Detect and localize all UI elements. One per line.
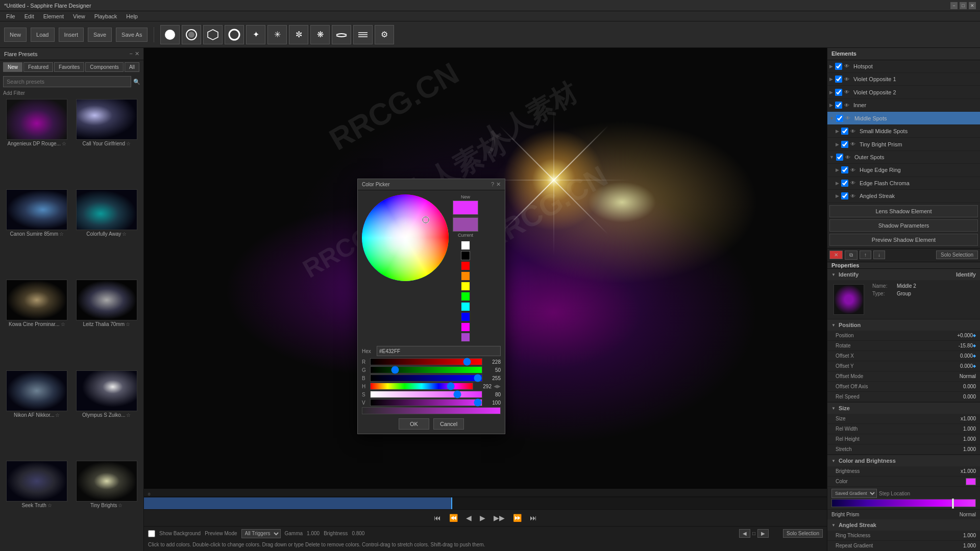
timeline-cursor[interactable] <box>451 497 452 509</box>
preset-kowa[interactable]: Kowa Cine Prominar... ☆ <box>3 280 71 368</box>
tab-components[interactable]: Components <box>85 62 124 72</box>
elem-move-up-btn[interactable]: ↑ <box>860 251 871 259</box>
play-button[interactable]: ▶ <box>478 513 487 523</box>
preview-shadow-element-btn[interactable]: Preview Shadow Element <box>829 234 978 246</box>
minimize-button[interactable]: − <box>950 2 958 9</box>
keyframe-icon[interactable]: ◆ <box>973 354 976 358</box>
insert-button[interactable]: Insert <box>59 28 84 42</box>
swatch-white[interactable] <box>461 241 470 250</box>
color-wheel[interactable] <box>362 194 449 281</box>
triggers-select[interactable]: All Triggers <box>241 529 281 538</box>
preset-leitz[interactable]: Leitz Thalia 70mm ☆ <box>73 280 141 368</box>
skip-to-start-button[interactable]: ⏮ <box>432 513 443 523</box>
tab-favorites[interactable]: Favorites <box>54 62 84 72</box>
maximize-button[interactable]: □ <box>960 2 967 9</box>
current-color-swatch[interactable] <box>453 217 478 232</box>
shape-sparkle[interactable]: ✦ <box>246 25 265 44</box>
star-icon[interactable]: ☆ <box>62 141 66 146</box>
star-icon[interactable]: ☆ <box>61 321 65 327</box>
swatch-purple[interactable] <box>461 333 470 342</box>
element-edge-flash-chroma[interactable]: ▶ 👁 Edge Flash Chroma <box>827 177 980 190</box>
position-section-header[interactable]: ▼ Position <box>827 319 980 331</box>
tab-new[interactable]: New <box>3 62 22 72</box>
eye-icon[interactable]: 👁 <box>850 180 857 186</box>
element-checkbox[interactable] <box>841 128 848 135</box>
element-inner[interactable]: ▶ 👁 Inner <box>827 99 980 112</box>
star-icon[interactable]: ☆ <box>47 503 52 508</box>
element-small-middle[interactable]: ▶ 👁 Small Middle Spots <box>827 125 980 138</box>
settings-button[interactable]: ⚙ <box>375 25 394 44</box>
elem-delete-btn[interactable]: ✕ <box>829 251 843 259</box>
gradient-marker[interactable] <box>952 498 954 509</box>
eye-icon[interactable]: 👁 <box>844 77 851 82</box>
search-input[interactable] <box>3 76 131 87</box>
prev-frame-button[interactable]: ⏪ <box>447 513 460 523</box>
close-button[interactable]: ✕ <box>969 2 976 9</box>
menu-playback[interactable]: Playback <box>90 12 121 20</box>
h-slider[interactable] <box>370 383 473 390</box>
star-icon[interactable]: ☆ <box>126 412 131 418</box>
element-checkbox[interactable] <box>836 154 843 161</box>
swatch-black[interactable] <box>461 251 470 260</box>
color-picker-help-btn[interactable]: ? <box>491 181 494 188</box>
element-checkbox[interactable] <box>841 166 848 173</box>
element-checkbox[interactable] <box>835 76 842 83</box>
shape-ring[interactable] <box>225 25 244 44</box>
alpha-bar[interactable] <box>362 407 501 414</box>
eye-icon[interactable]: 👁 <box>850 193 857 199</box>
star-icon[interactable]: ☆ <box>126 321 130 327</box>
solo-selection-elem-btn[interactable]: Solo Selection <box>936 251 978 259</box>
g-slider[interactable] <box>370 366 482 373</box>
preset-angenieux[interactable]: Angenieux DP Rouge... ☆ <box>3 99 71 187</box>
h-arrow[interactable]: ◀▶ <box>494 384 501 389</box>
color-brightness-header[interactable]: ▼ Color and Brightness <box>827 455 980 466</box>
search-icon[interactable]: 🔍 <box>133 79 140 85</box>
size-section-header[interactable]: ▼ Size <box>827 403 980 414</box>
eye-icon[interactable]: 👁 <box>850 129 857 134</box>
element-huge-edge-ring[interactable]: ▶ 👁 Huge Edge Ring <box>827 164 980 177</box>
identify-btn[interactable]: Identify <box>956 271 976 278</box>
elem-move-down-btn[interactable]: ↓ <box>873 251 885 259</box>
element-middle-spots[interactable]: ▼ 👁 Middle Spots <box>827 112 980 124</box>
r-slider[interactable] <box>370 358 482 365</box>
v-slider[interactable] <box>370 399 482 406</box>
eye-icon[interactable]: 👁 <box>844 63 851 69</box>
color-picker-titlebar[interactable]: Color Picker ? ✕ <box>358 179 505 190</box>
skip-to-end-button[interactable]: ⏭ <box>528 513 539 523</box>
swatch-magenta[interactable] <box>461 322 470 332</box>
add-filter-label[interactable]: Add Filter <box>0 89 143 97</box>
element-checkbox[interactable] <box>836 115 843 122</box>
shape-hexagon[interactable] <box>203 25 223 44</box>
eye-icon[interactable]: 👁 <box>844 103 851 108</box>
element-checkbox[interactable] <box>835 102 842 109</box>
color-ok-btn[interactable]: OK <box>399 418 429 430</box>
preset-tiny-brights[interactable]: Tiny Brights ☆ <box>73 461 141 549</box>
swatch-green[interactable] <box>461 292 470 301</box>
swatch-red[interactable] <box>461 261 470 270</box>
show-background-checkbox[interactable] <box>148 530 155 537</box>
color-swatch[interactable] <box>966 478 976 485</box>
color-picker-close-btn[interactable]: ✕ <box>496 181 501 188</box>
color-cancel-btn[interactable]: Cancel <box>433 418 464 430</box>
element-tiny-bright-prism[interactable]: ▶ 👁 Tiny Bright Prism <box>827 138 980 151</box>
shadow-parameters-btn[interactable]: Shadow Parameters <box>829 219 978 232</box>
keyframe-icon[interactable]: ◆ <box>973 343 976 348</box>
swatch-cyan[interactable] <box>461 302 470 311</box>
hex-input[interactable] <box>377 346 501 356</box>
element-checkbox[interactable] <box>841 180 848 187</box>
star-icon[interactable]: ☆ <box>122 231 127 237</box>
step-back-button[interactable]: ◀ <box>464 513 474 523</box>
shape-star[interactable]: ✳ <box>267 25 287 44</box>
element-checkbox[interactable] <box>835 89 842 96</box>
step-forward-button[interactable]: ▶▶ <box>492 513 507 523</box>
preset-canon-sumire[interactable]: Canon Sumire 85mm ☆ <box>3 189 71 278</box>
star-icon[interactable]: ☆ <box>126 141 131 146</box>
b-slider[interactable] <box>370 374 482 382</box>
swatch-blue[interactable] <box>461 312 470 321</box>
swatch-orange[interactable] <box>461 271 470 281</box>
eye-icon[interactable]: 👁 <box>850 141 857 147</box>
shape-streak[interactable] <box>332 25 351 44</box>
element-checkbox[interactable] <box>835 63 842 70</box>
gradient-bar[interactable] <box>831 499 976 507</box>
eye-icon[interactable]: 👁 <box>844 89 851 95</box>
